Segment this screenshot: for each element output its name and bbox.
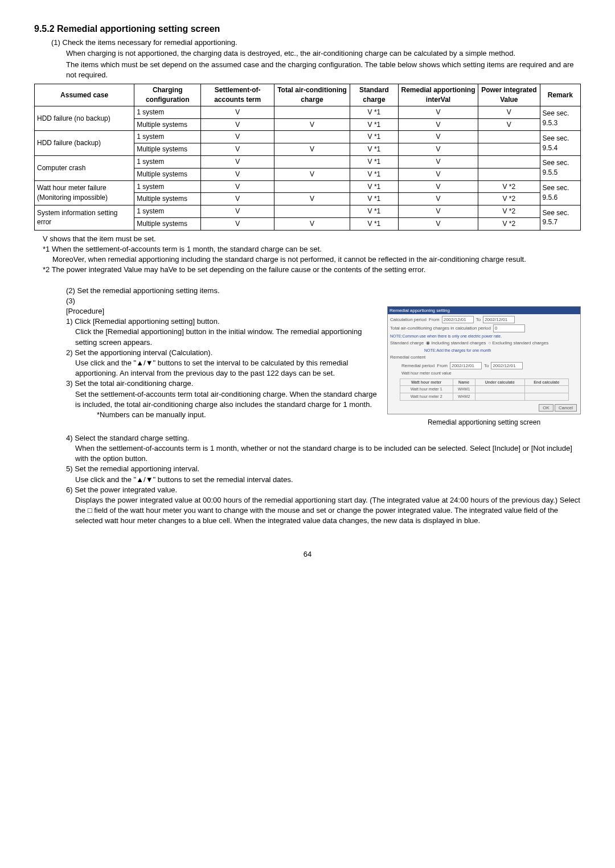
- whm-r2a: Watt hour meter 2: [400, 393, 453, 401]
- proc-step-6-body: Displays the power integrated value at 0…: [75, 495, 581, 526]
- standard-charge-label: Standard charge: [390, 340, 424, 346]
- remedial-from-input[interactable]: 2002/12/01: [450, 362, 482, 369]
- value-cell: V *1: [350, 131, 398, 143]
- ok-button[interactable]: OK: [539, 404, 554, 412]
- config-cell: 1 system: [134, 180, 201, 193]
- remedial-period-label: Remedial period: [401, 363, 434, 369]
- value-cell: V: [274, 143, 350, 156]
- from-date-input[interactable]: 2002/12/01: [442, 316, 474, 323]
- table-row[interactable]: Watt hour meter 2 WHM2: [400, 393, 568, 401]
- th-charging-config: Charging configuration: [134, 84, 201, 106]
- value-cell: V: [201, 155, 274, 168]
- table-row[interactable]: Watt hour meter 1 WHM1: [400, 386, 568, 393]
- total-charge-input[interactable]: 0: [493, 324, 525, 332]
- value-cell: V: [398, 217, 478, 230]
- config-cell: Multiple systems: [134, 168, 201, 180]
- config-cell: Multiple systems: [134, 217, 201, 230]
- config-cell: Multiple systems: [134, 143, 201, 156]
- step-2: (2) Set the remedial apportioning settin…: [66, 286, 581, 296]
- remedial-content-label: Remedial content: [390, 354, 578, 360]
- intro-para-2: The items which must be set depend on th…: [66, 60, 581, 80]
- value-cell: [274, 106, 350, 118]
- whm-r1b: WHM1: [453, 386, 475, 393]
- value-cell: V *1: [350, 168, 398, 180]
- value-cell: V: [398, 131, 478, 143]
- value-cell: [478, 131, 540, 143]
- to-label: To: [476, 316, 481, 323]
- settings-table: Assumed case Charging configuration Sett…: [34, 84, 581, 231]
- value-cell: V: [398, 118, 478, 131]
- value-cell: V: [201, 143, 274, 156]
- total-charge-label: Total air-conditioning charges in calcul…: [390, 325, 491, 331]
- value-cell: V *2: [478, 193, 540, 205]
- remedial-to-input[interactable]: 2002/12/01: [491, 362, 523, 369]
- proc-step-4-body: When the settlement-of-accounts term is …: [75, 443, 581, 464]
- whm-r1a: Watt hour meter 1: [400, 386, 453, 393]
- radio-exclude[interactable]: ○ Excluding standard charges: [488, 340, 548, 346]
- value-cell: V: [201, 118, 274, 131]
- value-cell: V: [201, 168, 274, 180]
- to-date-input[interactable]: 2002/12/01: [483, 316, 515, 323]
- calc-period-label: Calculation period: [390, 316, 427, 323]
- value-cell: [478, 168, 540, 180]
- whm-cell[interactable]: [475, 393, 525, 401]
- table-row: HDD failure (no backup)1 systemVV *1VVSe…: [35, 106, 581, 118]
- note-common-use: NOTE:Common use when there is only one e…: [390, 334, 578, 339]
- to-label-2: To: [484, 363, 489, 369]
- radio-include[interactable]: ◉ Including standard charges: [426, 340, 486, 346]
- value-cell: [274, 155, 350, 168]
- value-cell: V: [398, 205, 478, 218]
- table-row: Computer crash1 systemVV *1VSee sec. 9.5…: [35, 155, 581, 168]
- std-charge-note: NOTE:Add the charges for one month: [424, 348, 578, 353]
- case-cell: Computer crash: [35, 155, 134, 180]
- proc-step-5-body: Use click and the "▲/▼" buttons to set t…: [75, 475, 581, 485]
- value-cell: V: [201, 106, 274, 118]
- whm-cell[interactable]: [525, 386, 568, 393]
- whm-th2: Name: [453, 379, 475, 386]
- value-cell: V *2: [478, 205, 540, 218]
- note-v-explain: V shows that the item must be set.: [43, 234, 581, 244]
- value-cell: V: [274, 168, 350, 180]
- table-row: Watt hour meter failure (Monitoring impo…: [35, 180, 581, 193]
- step-3: (3): [66, 296, 581, 306]
- th-remark: Remark: [540, 84, 580, 106]
- opt-include-label: Including standard charges: [431, 340, 486, 345]
- proc-step-6-heading: 6) Set the power integrated value.: [66, 485, 581, 495]
- whm-cell[interactable]: [525, 393, 568, 401]
- remark-cell: See sec. 9.5.6: [540, 180, 580, 205]
- from-label: From: [429, 316, 440, 323]
- whm-th1: Watt hour meter: [400, 379, 453, 386]
- case-cell: Watt hour meter failure (Monitoring impo…: [35, 180, 134, 205]
- footnote-2: *2 The power integrated Value may haVe t…: [43, 265, 581, 275]
- value-cell: V: [201, 205, 274, 218]
- whm-cell[interactable]: [475, 386, 525, 393]
- th-power-value: Power integrated Value: [478, 84, 540, 106]
- value-cell: V: [398, 168, 478, 180]
- section-heading: 9.5.2 Remedial apportioning setting scre…: [34, 23, 581, 35]
- config-cell: Multiple systems: [134, 118, 201, 131]
- case-cell: HDD failure (no backup): [35, 106, 134, 131]
- whm-label: Watt hour meter count value: [401, 371, 578, 376]
- value-cell: V *1: [350, 217, 398, 230]
- cancel-button[interactable]: Cancel: [555, 404, 577, 412]
- footnote-1b: MoreoVer, when remedial apportioning inc…: [52, 254, 581, 265]
- value-cell: V: [478, 106, 540, 118]
- config-cell: 1 system: [134, 131, 201, 143]
- value-cell: V: [201, 180, 274, 193]
- screenshot-wrap: Remedial apportioning setting Calculatio…: [387, 306, 581, 427]
- value-cell: V: [274, 193, 350, 205]
- whm-th3: Under calculate: [475, 379, 525, 386]
- intro-para-1: When charging is not apportioned, the ch…: [66, 48, 581, 59]
- intro-item: (1) Check the items necessary for remedi…: [51, 38, 581, 48]
- value-cell: V: [201, 217, 274, 230]
- value-cell: V: [274, 118, 350, 131]
- whm-th4: End calculate: [525, 379, 568, 386]
- th-assumed-case: Assumed case: [35, 84, 134, 106]
- screenshot-box: Remedial apportioning setting Calculatio…: [387, 306, 581, 414]
- value-cell: V: [398, 193, 478, 205]
- value-cell: V *1: [350, 118, 398, 131]
- value-cell: V *1: [350, 193, 398, 205]
- value-cell: V *1: [350, 205, 398, 218]
- opt-exclude-label: Excluding standard charges: [493, 340, 549, 345]
- value-cell: V *2: [478, 180, 540, 193]
